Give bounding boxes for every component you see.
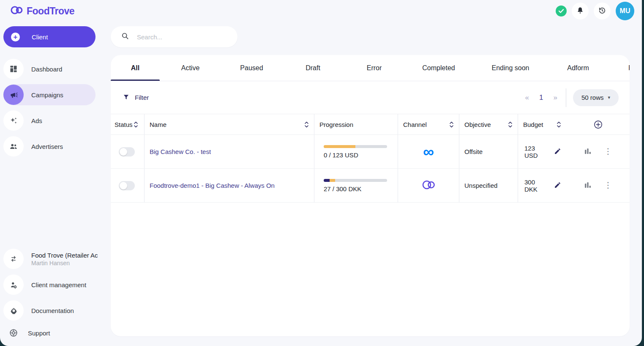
main-content: All Active Paused Draft Error Completed … xyxy=(111,22,642,346)
user-avatar[interactable]: MU xyxy=(616,2,634,20)
campaign-status-toggle[interactable] xyxy=(119,147,135,157)
account-switcher[interactable]: Food Trove (Retailer Ac Martin Hansen xyxy=(3,248,107,269)
rows-per-page-select[interactable]: 50 rows ▾ xyxy=(573,89,619,106)
add-client-label: Client xyxy=(32,33,48,41)
name-cell: Foodtrove-demo1 - Big Cashew - Always On xyxy=(144,169,314,202)
campaigns-panel: All Active Paused Draft Error Completed … xyxy=(111,55,630,336)
sort-icon[interactable] xyxy=(304,121,309,129)
progress-label: 0 / 123 USD xyxy=(324,151,358,159)
sort-icon[interactable] xyxy=(557,121,561,129)
sidebar: + Client Dashboard Campaigns xyxy=(0,22,111,346)
budget-value: 123 USD xyxy=(524,145,548,159)
sidebar-bottom: Food Trove (Retailer Ac Martin Hansen Cl… xyxy=(3,248,107,340)
channel-cell xyxy=(398,169,459,202)
gear-icon xyxy=(3,300,24,321)
sidebar-item-dashboard[interactable]: Dashboard xyxy=(3,58,107,80)
sidebar-nav: Dashboard Campaigns Ads xyxy=(3,58,107,157)
tab-paused[interactable]: Paused xyxy=(221,55,282,81)
bell-icon xyxy=(576,6,584,16)
tab-active[interactable]: Active xyxy=(160,55,221,81)
campaign-status-toggle[interactable] xyxy=(119,181,135,190)
search-icon xyxy=(121,32,129,42)
edit-budget-button[interactable] xyxy=(554,181,561,190)
table-row: Foodtrove-demo1 - Big Cashew - Always On… xyxy=(111,169,630,203)
sort-icon[interactable] xyxy=(508,121,513,129)
history-button[interactable] xyxy=(594,3,611,19)
campaign-name-link[interactable]: Foodtrove-demo1 - Big Cashew - Always On xyxy=(150,182,275,189)
foodtrove-logo[interactable]: FoodTrove xyxy=(10,4,74,18)
add-column-button[interactable] xyxy=(593,120,603,129)
next-page-button[interactable]: » xyxy=(551,93,559,102)
row-menu-button[interactable]: ⋮ xyxy=(604,149,612,154)
budget-cell: 300 DKK xyxy=(518,169,566,202)
campaign-name-link[interactable]: Big Cashew Co. - test xyxy=(150,148,211,155)
sidebar-item-label: Advertisers xyxy=(31,143,63,150)
sort-icon[interactable] xyxy=(134,121,138,129)
campaign-stats-button[interactable] xyxy=(584,147,592,156)
progress-label: 27 / 300 DKK xyxy=(324,185,361,192)
sidebar-item-ads[interactable]: Ads xyxy=(3,110,107,131)
sidebar-item-label: Ads xyxy=(31,117,42,124)
rows-per-page-value: 50 rows xyxy=(581,94,604,101)
column-label: Progression xyxy=(319,121,353,128)
progress-bar xyxy=(324,179,387,182)
prev-page-button[interactable]: « xyxy=(523,93,532,102)
bar-chart-icon xyxy=(584,181,592,190)
pagination: « 1 » xyxy=(523,93,560,102)
column-label: Channel xyxy=(403,121,427,128)
tab-draft[interactable]: Draft xyxy=(282,55,344,81)
toolbar-divider xyxy=(566,88,566,107)
tab-error[interactable]: Error xyxy=(344,55,405,81)
person-gear-icon xyxy=(3,275,24,295)
add-client-button[interactable]: + Client xyxy=(3,26,96,47)
meta-icon: ∞ xyxy=(423,144,434,159)
tab-adform[interactable]: Adform xyxy=(548,55,608,81)
objective-cell: Offsite xyxy=(459,135,518,168)
sidebar-item-label: Campaigns xyxy=(31,91,63,99)
filter-button[interactable]: Filter xyxy=(123,93,149,102)
search-bar[interactable] xyxy=(111,26,237,47)
tab-clipped[interactable]: F xyxy=(608,55,630,81)
kebab-icon: ⋮ xyxy=(604,183,612,187)
filter-label: Filter xyxy=(135,94,149,101)
foodtrove-channel-icon xyxy=(421,178,436,193)
row-menu-button[interactable]: ⋮ xyxy=(604,183,612,187)
status-cell xyxy=(111,169,144,202)
objective-cell: Unspecified xyxy=(459,169,518,202)
search-input[interactable] xyxy=(137,33,221,41)
sidebar-item-support[interactable]: Support xyxy=(3,326,107,340)
current-page[interactable]: 1 xyxy=(536,93,546,102)
chevron-down-icon: ▾ xyxy=(608,95,610,100)
progress-bar xyxy=(324,145,387,148)
column-header-channel[interactable]: Channel xyxy=(398,114,459,135)
notifications-button[interactable] xyxy=(572,3,589,19)
dashboard-icon xyxy=(3,59,24,79)
pencil-icon xyxy=(554,148,561,156)
megaphone-icon xyxy=(3,85,24,105)
edit-budget-button[interactable] xyxy=(554,148,561,156)
column-header-name[interactable]: Name xyxy=(144,114,314,135)
bar-chart-icon xyxy=(584,147,592,156)
topbar-actions: MU xyxy=(556,2,634,20)
people-icon xyxy=(3,136,24,157)
history-clock-icon xyxy=(598,6,606,16)
column-header-objective[interactable]: Objective xyxy=(459,114,518,135)
status-tabs: All Active Paused Draft Error Completed … xyxy=(111,55,630,81)
app-window: FoodTrove MU + Client xyxy=(0,0,642,346)
sidebar-item-label: Dashboard xyxy=(31,66,62,73)
account-user: Martin Hansen xyxy=(31,260,98,266)
sort-icon[interactable] xyxy=(449,121,454,129)
column-header-status[interactable]: Status xyxy=(111,114,144,135)
tab-completed[interactable]: Completed xyxy=(405,55,472,81)
sidebar-item-campaigns[interactable]: Campaigns xyxy=(3,84,96,105)
sidebar-item-advertisers[interactable]: Advertisers xyxy=(3,136,107,157)
sidebar-item-documentation[interactable]: Documentation xyxy=(3,300,107,321)
sidebar-item-client-management[interactable]: Client management xyxy=(3,274,107,295)
tab-all[interactable]: All xyxy=(111,55,160,81)
column-header-progression[interactable]: Progression xyxy=(314,114,398,135)
plus-icon: + xyxy=(11,33,20,41)
kebab-icon: ⋮ xyxy=(604,149,612,154)
tab-ending-soon[interactable]: Ending soon xyxy=(472,55,548,81)
campaign-stats-button[interactable] xyxy=(584,181,592,190)
column-header-budget[interactable]: Budget xyxy=(518,114,566,135)
